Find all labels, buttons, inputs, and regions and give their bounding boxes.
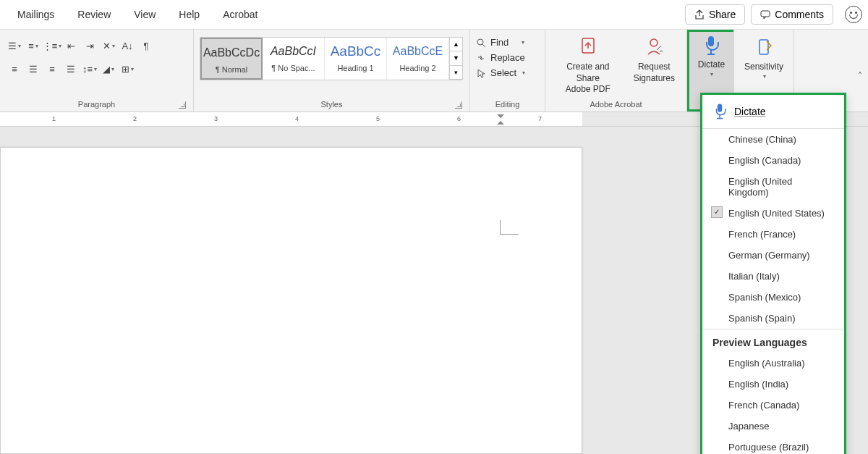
collapse-ribbon-button[interactable]: ˄ — [858, 71, 862, 81]
indent-marker-icon[interactable] — [496, 114, 505, 125]
select-button[interactable]: Select▾ — [476, 67, 525, 78]
svg-point-1 — [477, 39, 483, 45]
replace-button[interactable]: Replace — [476, 52, 525, 63]
document-page[interactable] — [0, 147, 582, 454]
replace-icon — [476, 53, 486, 63]
request-signatures-button[interactable]: Request Signatures — [628, 33, 681, 87]
menu-items: Mailings Review View Help Acrobat — [6, 1, 269, 28]
lang-english-us[interactable]: English (United States) — [702, 203, 844, 224]
editing-group: Find▾ Replace Select▾ Editing — [470, 30, 545, 112]
svg-rect-0 — [761, 11, 770, 17]
sensitivity-label: Sensitivity — [744, 62, 783, 73]
svg-point-4 — [650, 39, 658, 46]
editing-group-label: Editing — [476, 98, 539, 110]
ruler-tick: 2 — [133, 115, 137, 122]
top-right-controls: Share Comments — [685, 4, 862, 25]
menu-acrobat[interactable]: Acrobat — [211, 1, 269, 28]
borders-button[interactable]: ⊞▾ — [119, 60, 136, 77]
request-signatures-label: Request Signatures — [634, 62, 675, 84]
style-preview: AaBbCcI — [265, 42, 321, 61]
style-heading1[interactable]: AaBbCc Heading 1 — [325, 38, 387, 80]
ruler-tick: 4 — [295, 115, 299, 122]
style-normal[interactable]: AaBbCcDc ¶ Normal — [200, 38, 263, 80]
create-share-pdf-label: Create and Share Adobe PDF — [557, 62, 619, 96]
increase-indent-button[interactable]: ⇥ — [81, 37, 98, 54]
adobe-acrobat-group-label: Adobe Acrobat — [551, 98, 681, 110]
ruler-tick: 3 — [214, 115, 218, 122]
lang-german-germany[interactable]: German (Germany) — [702, 245, 844, 266]
styles-group-label: Styles — [200, 98, 464, 110]
share-button[interactable]: Share — [685, 4, 745, 25]
menu-bar: Mailings Review View Help Acrobat Share … — [0, 0, 868, 30]
style-name: Heading 2 — [390, 64, 446, 72]
shading-button[interactable]: ◢▾ — [100, 60, 117, 77]
bullets-button[interactable]: ☰▾ — [6, 37, 23, 54]
adobe-acrobat-group: Create and Share Adobe PDF Request Signa… — [545, 30, 687, 112]
lang-english-uk[interactable]: English (United Kingdom) — [702, 171, 844, 203]
decrease-indent-button[interactable]: ⇤ — [62, 37, 80, 54]
style-name: Heading 1 — [328, 64, 383, 72]
style-preview: AaBbCcE — [390, 42, 446, 61]
microphone-icon — [714, 104, 726, 119]
paragraph-group-label: Paragraph — [6, 98, 187, 110]
lang-chinese-china[interactable]: Chinese (China) — [702, 129, 844, 150]
menu-review[interactable]: Review — [66, 1, 122, 28]
menu-mailings[interactable]: Mailings — [6, 1, 66, 28]
numbering-button[interactable]: ≡▾ — [25, 37, 42, 54]
styles-scroll-up[interactable]: ▲ — [450, 38, 462, 51]
pdf-share-icon — [576, 35, 600, 59]
dictate-label: Dictate — [698, 59, 725, 71]
align-right-button[interactable]: ≡ — [43, 60, 61, 77]
menu-help[interactable]: Help — [167, 1, 211, 28]
lang-english-australia[interactable]: English (Australia) — [702, 353, 844, 374]
asian-layout-button[interactable]: ✕▾ — [100, 37, 117, 54]
comments-button[interactable]: Comments — [751, 4, 833, 25]
paragraph-dialog-launcher[interactable] — [179, 101, 186, 109]
lang-portuguese-brazil[interactable]: Portuguese (Brazil) — [702, 437, 844, 454]
styles-gallery[interactable]: AaBbCcDc ¶ Normal AaBbCcI ¶ No Spac... A… — [200, 37, 463, 80]
styles-expand[interactable]: ▾ — [450, 66, 462, 80]
share-label: Share — [709, 9, 736, 20]
svg-line-2 — [482, 44, 485, 47]
chevron-down-icon: ▾ — [763, 73, 766, 80]
lang-english-india[interactable]: English (India) — [702, 374, 844, 395]
cursor-icon — [476, 68, 486, 78]
justify-button[interactable]: ☰ — [62, 60, 80, 77]
align-center-button[interactable]: ☰ — [25, 60, 42, 77]
dictate-dropdown: Dictate Chinese (China) English (Canada)… — [700, 93, 846, 454]
style-no-spacing[interactable]: AaBbCcI ¶ No Spac... — [263, 38, 325, 80]
menu-view[interactable]: View — [122, 1, 167, 28]
multilevel-list-button[interactable]: ⋮≡▾ — [43, 37, 61, 54]
style-preview: AaBbCc — [328, 42, 383, 61]
lang-spanish-mexico[interactable]: Spanish (Mexico) — [702, 287, 844, 308]
show-paragraph-marks-button[interactable]: ¶ — [137, 37, 155, 54]
style-preview: AaBbCcDc — [205, 43, 258, 62]
lang-spanish-spain[interactable]: Spanish (Spain) — [702, 308, 844, 329]
feedback-smiley-icon[interactable] — [845, 6, 862, 23]
search-icon — [476, 38, 486, 48]
lang-french-canada[interactable]: French (Canada) — [702, 395, 844, 416]
sensitivity-icon — [752, 35, 775, 59]
sort-button[interactable]: A↓ — [119, 37, 136, 54]
line-spacing-button[interactable]: ↕≡▾ — [81, 60, 98, 77]
styles-scroll-down[interactable]: ▼ — [450, 51, 462, 65]
style-heading2[interactable]: AaBbCcE Heading 2 — [387, 38, 449, 80]
lang-italian-italy[interactable]: Italian (Italy) — [702, 266, 844, 287]
signature-icon — [642, 35, 665, 59]
preview-languages-header: Preview Languages — [702, 329, 844, 353]
style-name: ¶ Normal — [205, 65, 258, 74]
comments-label: Comments — [775, 9, 824, 20]
find-button[interactable]: Find▾ — [476, 37, 525, 48]
dictate-dropdown-header[interactable]: Dictate — [702, 95, 844, 129]
paragraph-group: ☰▾ ≡▾ ⋮≡▾ ⇤ ⇥ ✕▾ A↓ ¶ ≡ ☰ ≡ ☰ ↕≡▾ ◢▾ ⊞▾ … — [0, 30, 194, 112]
lang-japanese[interactable]: Japanese — [702, 416, 844, 437]
ruler-tick: 5 — [376, 115, 380, 122]
align-left-button[interactable]: ≡ — [6, 60, 23, 77]
lang-english-canada[interactable]: English (Canada) — [702, 150, 844, 171]
lang-french-france[interactable]: French (France) — [702, 224, 844, 245]
styles-dialog-launcher[interactable] — [455, 101, 462, 109]
create-share-pdf-button[interactable]: Create and Share Adobe PDF — [551, 33, 625, 98]
ruler-tick: 7 — [538, 115, 542, 122]
share-icon — [694, 9, 705, 20]
microphone-icon — [704, 36, 718, 55]
